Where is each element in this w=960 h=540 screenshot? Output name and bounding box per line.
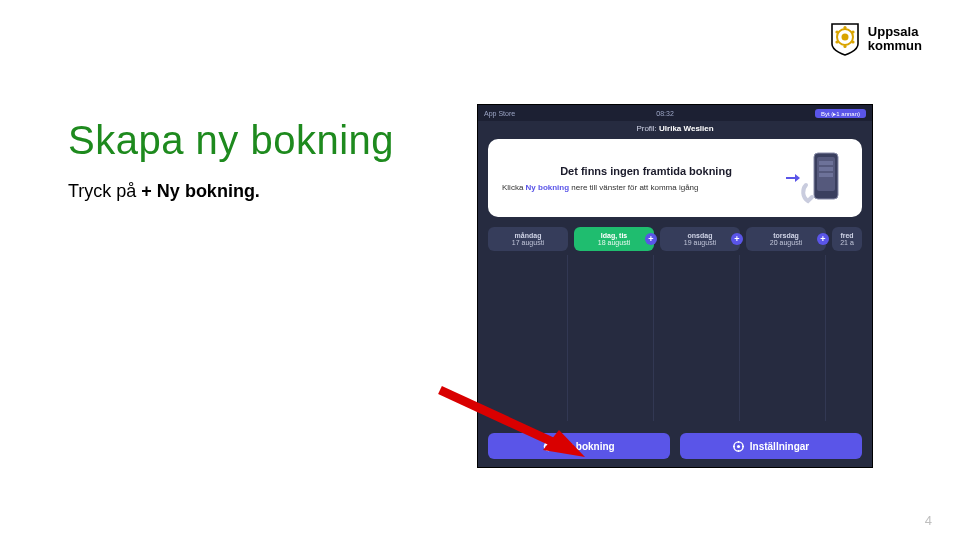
day-column [488,255,568,421]
svg-point-6 [835,40,838,43]
app-screenshot: App Store 08:32 Byt (▸1 annan) Profil: U… [477,104,873,468]
day-tab[interactable]: fred21 a [832,227,862,251]
empty-state-title: Det finns ingen framtida bokning [502,165,790,177]
day-of-week: torsdag [750,232,822,239]
svg-point-5 [843,45,846,48]
svg-rect-11 [819,167,833,171]
svg-rect-12 [819,173,833,177]
day-of-week: fred [836,232,858,239]
day-tab[interactable]: torsdag20 augusti+ [746,227,826,251]
profile-label: Profil: Ulrika Weslien [478,121,872,135]
day-tab[interactable]: måndag17 augusti [488,227,568,251]
page-number: 4 [925,513,932,528]
day-tabs: måndag17 augustiIdag, tis18 augusti+onsd… [478,227,872,251]
day-column [574,255,654,421]
day-of-week: måndag [492,232,564,239]
empty-state-card: Det finns ingen framtida bokning Klicka … [488,139,862,217]
day-column [746,255,826,421]
svg-point-3 [851,30,854,33]
day-columns [478,251,872,421]
page-title: Skapa ny bokning [68,118,448,163]
day-date: 19 augusti [664,239,736,246]
day-date: 17 augusti [492,239,564,246]
plus-circle-icon [543,441,554,452]
settings-label: Inställningar [750,441,809,452]
svg-rect-17 [546,445,552,446]
add-day-icon[interactable]: + [731,233,743,245]
svg-point-2 [843,26,846,29]
day-date: 18 augusti [578,239,650,246]
new-booking-label: Ny bokning [560,441,614,452]
day-of-week: Idag, tis [578,232,650,239]
status-time: 08:32 [656,110,674,117]
brand-logo: Uppsala kommun [830,22,922,56]
svg-point-1 [841,34,848,41]
svg-point-4 [851,40,854,43]
day-tab[interactable]: Idag, tis18 augusti+ [574,227,654,251]
brand-name: Uppsala kommun [868,25,922,54]
day-column [660,255,740,421]
svg-rect-10 [819,161,833,165]
switch-profile-pill[interactable]: Byt (▸1 annan) [815,109,866,118]
settings-button[interactable]: Inställningar [680,433,862,459]
svg-point-19 [737,444,740,447]
day-of-week: onsdag [664,232,736,239]
instruction-text: Tryck på + Ny bokning. [68,181,448,202]
add-day-icon[interactable]: + [817,233,829,245]
gear-icon [733,441,744,452]
arrow-right-icon [786,173,800,183]
day-column [832,255,862,421]
new-booking-button[interactable]: Ny bokning [488,433,670,459]
crest-icon [830,22,860,56]
day-tab[interactable]: onsdag19 augusti+ [660,227,740,251]
svg-point-7 [835,30,838,33]
status-bar: App Store 08:32 Byt (▸1 annan) [478,105,872,121]
svg-marker-14 [795,174,800,182]
day-date: 20 augusti [750,239,822,246]
phone-illustration-icon [800,151,848,205]
empty-state-subtitle: Klicka Ny bokning nere till vänster för … [502,183,790,192]
day-date: 21 a [836,239,858,246]
status-left: App Store [484,110,515,117]
add-day-icon[interactable]: + [645,233,657,245]
